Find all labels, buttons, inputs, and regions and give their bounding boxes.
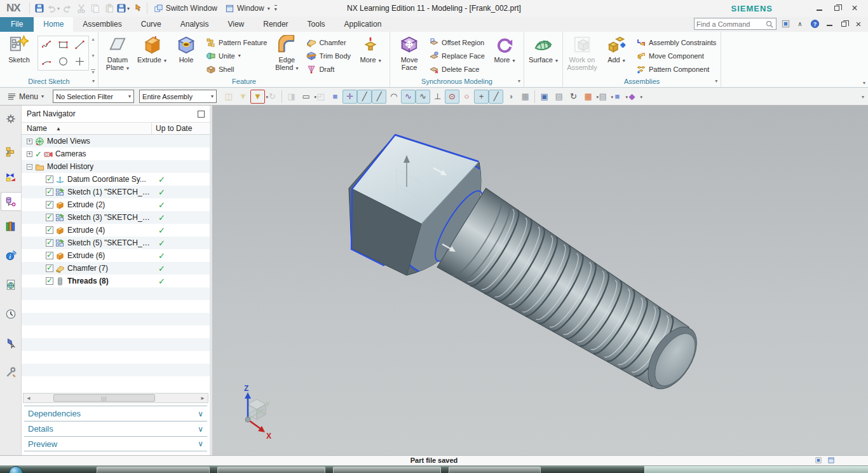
- scroll-up-icon[interactable]: ▲: [91, 37, 95, 41]
- taskbar-tray[interactable]: [644, 466, 868, 473]
- customize-qat-icon[interactable]: ▾: [275, 5, 277, 12]
- taskbar-app-button[interactable]: [217, 467, 325, 473]
- gallery-scroll[interactable]: ▲▼▼: [90, 33, 96, 77]
- close-window-icon[interactable]: ×: [853, 18, 864, 30]
- tree-row-sketch-3-sketch-0[interactable]: Sketch (3) "SKETCH_0...✓: [22, 211, 210, 224]
- scroll-right-icon[interactable]: ►: [198, 395, 208, 401]
- minimize-window-icon[interactable]: [824, 18, 835, 30]
- cut-button[interactable]: [74, 2, 88, 15]
- tree-row-chamfer-7[interactable]: Chamfer (7)✓: [22, 262, 210, 275]
- tab-tools[interactable]: Tools: [298, 17, 335, 32]
- tree-row-model-views[interactable]: +Model Views: [22, 135, 210, 147]
- grid-snap-icon[interactable]: ▦: [518, 90, 532, 104]
- window-menu-button[interactable]: Window ▾: [221, 2, 274, 15]
- tangent-snap-icon[interactable]: ∿: [416, 90, 430, 104]
- redo-button[interactable]: [60, 2, 74, 15]
- body-filter-icon[interactable]: ■: [328, 90, 342, 104]
- minimize-button[interactable]: [811, 3, 827, 14]
- scrollbar-thumb[interactable]: |||: [53, 394, 155, 402]
- add-button[interactable]: Add ▾: [599, 33, 634, 77]
- feature-checkbox[interactable]: [46, 201, 53, 209]
- assembly-constraints-button[interactable]: Assembly Constraints: [634, 36, 719, 49]
- start-button[interactable]: [9, 466, 23, 473]
- selection-filter-funnel-icon[interactable]: ▼: [236, 90, 250, 104]
- expand-gallery-icon[interactable]: ▼: [91, 69, 95, 74]
- select-tool-icon[interactable]: ◨: [284, 90, 299, 104]
- rotate-view-icon[interactable]: ↻: [566, 90, 581, 104]
- paste-button[interactable]: [102, 2, 116, 15]
- selection-filter-combo[interactable]: No Selection Filter ▾: [53, 90, 134, 103]
- chamfer-button[interactable]: Chamfer: [304, 36, 353, 49]
- tab-file[interactable]: File: [0, 17, 34, 32]
- tab-assemblies[interactable]: Assemblies: [73, 17, 131, 32]
- panel-section-preview[interactable]: Preview∨: [24, 436, 207, 451]
- lasso-select-icon[interactable]: ◰: [313, 90, 328, 104]
- feature-checkbox[interactable]: [46, 264, 53, 272]
- feature-checkbox[interactable]: [46, 277, 53, 285]
- graphics-viewport[interactable]: Z X Y: [212, 106, 868, 455]
- more-button[interactable]: More ▾: [487, 33, 522, 77]
- selection-scope-combo[interactable]: Entire Assembly ▾: [139, 90, 217, 103]
- resource-constraint-navigator[interactable]: [1, 167, 20, 186]
- tree-row-sketch-5-sketch-0[interactable]: Sketch (5) "SKETCH_0...✓: [22, 236, 210, 249]
- view-triad[interactable]: Z X Y: [244, 384, 271, 441]
- tree-row-datum-coordinate-sy[interactable]: Datum Coordinate Sy...✓: [22, 173, 210, 186]
- tree-row-extrude-6[interactable]: Extrude (6)✓: [22, 249, 210, 262]
- resource-customize[interactable]: [1, 363, 20, 382]
- extrude-button[interactable]: Extrude ▾: [135, 33, 169, 77]
- float-panel-icon[interactable]: [198, 111, 205, 118]
- move-component-button[interactable]: Move Component: [634, 49, 719, 62]
- tree-row-threads-8[interactable]: Threads (8)✓: [22, 275, 210, 287]
- close-button[interactable]: ×: [846, 3, 863, 14]
- touch-mode-button[interactable]: [130, 2, 144, 15]
- toolbar-options-icon[interactable]: ▾: [862, 94, 864, 100]
- replace-face-button[interactable]: Replace Face: [426, 49, 487, 62]
- collapse-icon[interactable]: −: [27, 164, 32, 170]
- quadrant-snap-icon[interactable]: ○: [459, 90, 474, 104]
- help-icon[interactable]: ?: [809, 18, 820, 30]
- scroll-left-icon[interactable]: ◄: [24, 395, 34, 401]
- point-button[interactable]: [72, 53, 88, 69]
- save-all-button[interactable]: ▾: [116, 2, 130, 15]
- column-header-name[interactable]: Name ▲: [22, 123, 152, 134]
- rect-button[interactable]: [55, 37, 71, 53]
- circle-button[interactable]: [55, 53, 71, 69]
- taskbar-app-button[interactable]: [333, 467, 441, 473]
- pattern-feature-button[interactable]: Pattern Feature: [203, 36, 269, 49]
- trim-body-button[interactable]: Trim Body: [304, 49, 353, 62]
- move-face-button[interactable]: Move Face: [392, 33, 426, 77]
- feature-checkbox[interactable]: [46, 175, 53, 183]
- shell-button[interactable]: Shell: [203, 62, 269, 76]
- resource-part-navigator[interactable]: [1, 192, 21, 211]
- reset-filter-icon[interactable]: ↻: [265, 90, 280, 104]
- save-button[interactable]: [32, 2, 46, 15]
- view-orient-icon[interactable]: ■▾: [610, 90, 625, 104]
- arc-center-snap-icon[interactable]: ⊙: [445, 90, 459, 104]
- taskbar-app-button[interactable]: [449, 467, 541, 473]
- intersection-snap-icon[interactable]: ⊥: [430, 90, 445, 104]
- sketch-button[interactable]: Sketch: [2, 33, 36, 77]
- resource-history[interactable]: [1, 305, 20, 324]
- tree-row-extrude-4[interactable]: Extrude (4)✓: [22, 224, 210, 236]
- spline-button[interactable]: [39, 37, 55, 53]
- scroll-down-icon[interactable]: ▼: [91, 53, 95, 58]
- undo-button[interactable]: ▾: [46, 2, 60, 15]
- hole-button[interactable]: Hole: [169, 33, 203, 77]
- status-window-icon[interactable]: [827, 456, 835, 464]
- restore-window-icon[interactable]: [838, 18, 850, 30]
- minimize-ribbon-icon[interactable]: ∧: [794, 18, 806, 30]
- feature-checkbox[interactable]: [46, 252, 53, 259]
- bounded-grid-snap-icon[interactable]: ◑: [503, 90, 518, 104]
- rendering-style-icon[interactable]: ▦▾: [581, 90, 595, 104]
- switch-window-button[interactable]: Switch Window: [150, 2, 221, 15]
- find-command-input[interactable]: [696, 20, 765, 28]
- offset-region-button[interactable]: Offset Region: [426, 36, 487, 49]
- dialog-launcher-icon[interactable]: ▾: [92, 78, 95, 84]
- snap-point-icon[interactable]: ✛: [342, 90, 357, 104]
- point-on-curve-snap-icon[interactable]: ∿: [401, 90, 416, 104]
- tab-analysis[interactable]: Analysis: [171, 17, 219, 32]
- resource-web-browser[interactable]: [1, 275, 20, 294]
- resource-roles-gear[interactable]: [1, 109, 20, 128]
- horizontal-scrollbar[interactable]: ◄ ||| ►: [23, 393, 208, 403]
- delete-face-button[interactable]: Delete Face: [426, 62, 487, 76]
